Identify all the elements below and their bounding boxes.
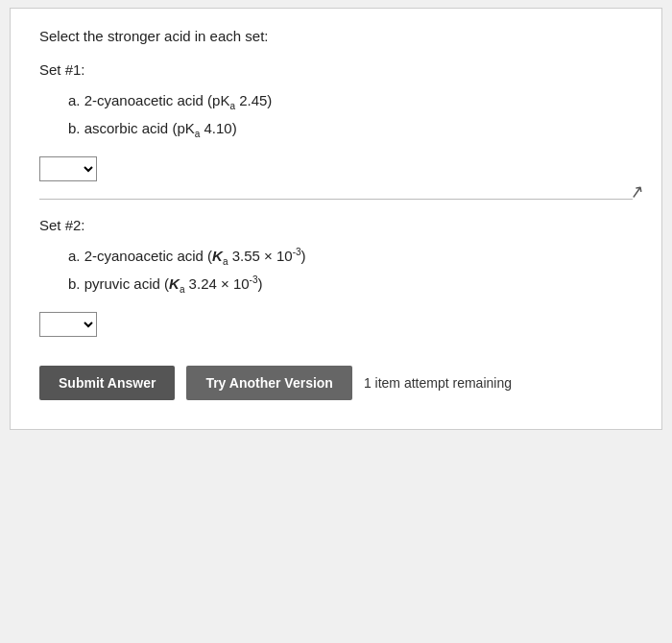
set2-option-a: a. 2-cyanoacetic acid (Ka 3.55 × 10-3)	[68, 243, 633, 271]
set1-dropdown-row: a b	[39, 156, 633, 181]
divider-1	[39, 199, 633, 200]
try-another-button[interactable]: Try Another Version	[186, 366, 352, 400]
set1-option-a: a. 2-cyanoacetic acid (pKa 2.45)	[68, 87, 633, 115]
set2-label: Set #2:	[39, 217, 633, 233]
set2-dropdown-row: a b	[39, 312, 633, 337]
submit-button[interactable]: Submit Answer	[39, 366, 175, 400]
set2-answer-select[interactable]: a b	[39, 312, 97, 337]
set2-options: a. 2-cyanoacetic acid (Ka 3.55 × 10-3) b…	[68, 243, 633, 298]
set1-options: a. 2-cyanoacetic acid (pKa 2.45) b. asco…	[68, 87, 633, 143]
question-title: Select the stronger acid in each set:	[39, 28, 633, 44]
set1-option-b: b. ascorbic acid (pKa 4.10)	[68, 115, 633, 143]
attempts-text: 1 item attempt remaining	[364, 375, 512, 391]
set1-answer-select[interactable]: a b	[39, 156, 97, 181]
set2-option-b: b. pyruvic acid (Ka 3.24 × 10-3)	[68, 271, 633, 298]
button-row: Submit Answer Try Another Version 1 item…	[39, 366, 633, 400]
page-container: Select the stronger acid in each set: Se…	[10, 8, 662, 430]
set1-label: Set #1:	[39, 61, 633, 78]
cursor-icon: ↗	[628, 180, 646, 203]
